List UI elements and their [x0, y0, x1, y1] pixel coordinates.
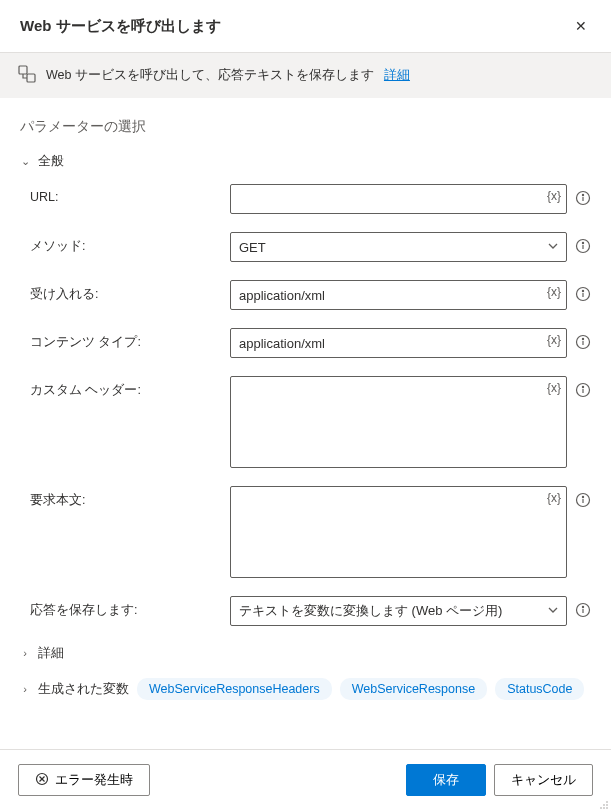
content-type-input[interactable]	[230, 328, 567, 358]
info-icon[interactable]	[575, 238, 593, 256]
resize-grip-icon[interactable]	[599, 798, 609, 808]
variable-picker-icon[interactable]: {x}	[547, 189, 561, 203]
svg-point-4	[582, 194, 583, 195]
close-button[interactable]: ✕	[569, 14, 593, 38]
variable-chip[interactable]: StatusCode	[495, 678, 584, 700]
variable-picker-icon[interactable]: {x}	[547, 333, 561, 347]
info-icon[interactable]	[575, 190, 593, 208]
variable-picker-icon[interactable]: {x}	[547, 491, 561, 505]
url-label: URL:	[20, 184, 230, 204]
svg-point-26	[606, 801, 608, 803]
chevron-right-icon: ›	[20, 647, 30, 659]
general-section-toggle[interactable]: ⌄ 全般	[20, 152, 593, 170]
variable-picker-icon[interactable]: {x}	[547, 381, 561, 395]
request-body-input[interactable]	[230, 486, 567, 578]
content-type-label: コンテンツ タイプ:	[20, 328, 230, 351]
web-service-icon	[18, 65, 36, 86]
dialog-title: Web サービスを呼び出します	[20, 17, 221, 36]
general-label: 全般	[38, 152, 64, 170]
save-response-label: 応答を保存します:	[20, 596, 230, 619]
variable-picker-icon[interactable]: {x}	[547, 285, 561, 299]
info-bar: Web サービスを呼び出して、応答テキストを保存します 詳細	[0, 53, 611, 98]
info-description: Web サービスを呼び出して、応答テキストを保存します	[46, 67, 374, 84]
method-value: GET	[239, 240, 266, 255]
parameters-heading: パラメーターの選択	[20, 118, 593, 136]
accept-label: 受け入れる:	[20, 280, 230, 303]
custom-headers-label: カスタム ヘッダー:	[20, 376, 230, 399]
svg-point-29	[600, 807, 602, 809]
url-input[interactable]	[230, 184, 567, 214]
info-icon[interactable]	[575, 602, 593, 620]
request-body-label: 要求本文:	[20, 486, 230, 509]
svg-point-28	[606, 804, 608, 806]
generated-vars-toggle[interactable]: › 生成された変数 WebServiceResponseHeaders WebS…	[20, 678, 593, 700]
save-response-value: テキストを変数に変換します (Web ページ用)	[239, 602, 502, 620]
svg-point-10	[582, 290, 583, 291]
info-icon[interactable]	[575, 334, 593, 352]
method-select[interactable]: GET	[230, 232, 567, 262]
svg-rect-1	[27, 74, 35, 82]
svg-point-16	[582, 386, 583, 387]
svg-point-7	[582, 242, 583, 243]
on-error-button[interactable]: エラー発生時	[18, 764, 150, 796]
svg-point-31	[606, 807, 608, 809]
details-section-toggle[interactable]: › 詳細	[20, 644, 593, 662]
save-button[interactable]: 保存	[406, 764, 486, 796]
chevron-down-icon: ⌄	[20, 155, 30, 168]
on-error-label: エラー発生時	[55, 771, 133, 789]
chevron-right-icon: ›	[20, 683, 30, 695]
generated-vars-label: 生成された変数	[38, 680, 129, 698]
close-icon: ✕	[575, 18, 587, 34]
info-icon[interactable]	[575, 382, 593, 400]
svg-point-22	[582, 606, 583, 607]
variable-chip[interactable]: WebServiceResponse	[340, 678, 487, 700]
info-icon[interactable]	[575, 492, 593, 510]
variable-chip[interactable]: WebServiceResponseHeaders	[137, 678, 332, 700]
svg-point-27	[603, 804, 605, 806]
svg-point-13	[582, 338, 583, 339]
method-label: メソッド:	[20, 232, 230, 255]
cancel-button[interactable]: キャンセル	[494, 764, 593, 796]
details-link[interactable]: 詳細	[384, 67, 410, 84]
svg-rect-0	[19, 66, 27, 74]
accept-input[interactable]	[230, 280, 567, 310]
info-icon[interactable]	[575, 286, 593, 304]
svg-point-19	[582, 496, 583, 497]
save-response-select[interactable]: テキストを変数に変換します (Web ページ用)	[230, 596, 567, 626]
custom-headers-input[interactable]	[230, 376, 567, 468]
error-icon	[35, 772, 49, 789]
svg-point-30	[603, 807, 605, 809]
details-label: 詳細	[38, 644, 64, 662]
